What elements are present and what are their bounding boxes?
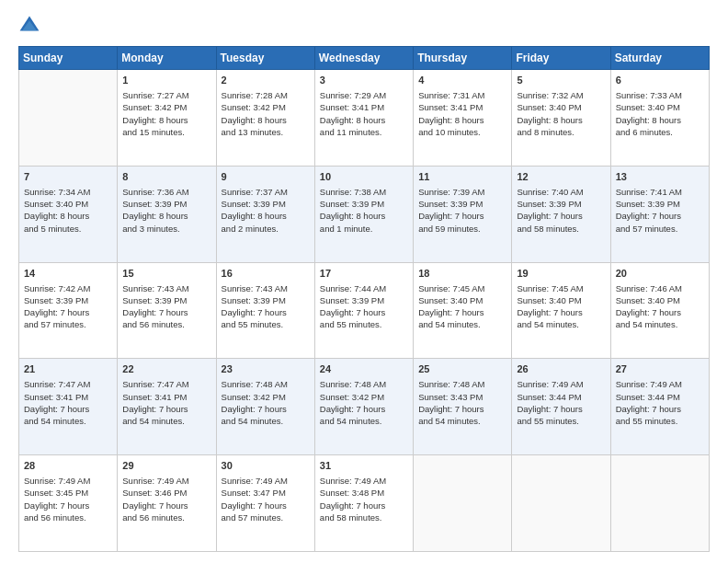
cell-text-line: Sunset: 3:40 PM (517, 294, 605, 306)
cell-text-line: Daylight: 7 hours (222, 306, 310, 318)
cell-text-line: Sunrise: 7:48 AM (320, 378, 408, 390)
day-number: 28 (24, 459, 112, 474)
day-number: 31 (320, 459, 408, 474)
cell-text-line: Daylight: 8 hours (122, 114, 210, 126)
day-number: 15 (122, 267, 210, 282)
cell-text-line: and 55 minutes. (517, 415, 605, 427)
cell-text-line: Daylight: 7 hours (24, 403, 112, 415)
calendar-cell: 18Sunrise: 7:45 AMSunset: 3:40 PMDayligh… (414, 262, 512, 359)
cell-text-line: and 57 minutes. (616, 223, 704, 235)
header (18, 15, 710, 37)
calendar-cell: 3Sunrise: 7:29 AMSunset: 3:41 PMDaylight… (314, 70, 413, 167)
cell-text-line: Sunset: 3:46 PM (122, 487, 210, 499)
cell-text-line: and 55 minutes. (222, 318, 310, 330)
cell-text-line: and 13 minutes. (222, 126, 310, 138)
calendar-header-thursday: Thursday (414, 47, 512, 70)
day-number: 17 (320, 267, 408, 282)
day-number: 11 (418, 170, 506, 185)
cell-text-line: Sunset: 3:39 PM (122, 198, 210, 210)
day-number: 18 (418, 267, 506, 282)
cell-text-line: Sunset: 3:43 PM (418, 391, 506, 403)
cell-text-line: Sunset: 3:39 PM (122, 294, 210, 306)
cell-text-line: Daylight: 8 hours (122, 210, 210, 222)
cell-text-line: Daylight: 7 hours (517, 306, 605, 318)
cell-text-line: Daylight: 8 hours (24, 210, 112, 222)
cell-text-line: Sunset: 3:45 PM (24, 487, 112, 499)
day-number: 2 (222, 74, 310, 88)
cell-text-line: Sunrise: 7:32 AM (517, 89, 605, 101)
cell-text-line: Sunset: 3:39 PM (222, 294, 310, 306)
cell-text-line: Daylight: 7 hours (24, 500, 112, 511)
day-number: 26 (517, 362, 605, 377)
cell-text-line: Sunset: 3:42 PM (222, 391, 310, 403)
cell-text-line: Sunset: 3:39 PM (616, 198, 704, 210)
cell-text-line: Sunset: 3:39 PM (320, 294, 408, 306)
cell-text-line: Sunrise: 7:47 AM (122, 378, 210, 390)
day-number: 4 (418, 74, 506, 88)
day-number: 13 (616, 170, 704, 185)
cell-text-line: Sunrise: 7:27 AM (122, 89, 210, 101)
calendar-week-row: 28Sunrise: 7:49 AMSunset: 3:45 PMDayligh… (19, 455, 710, 552)
cell-text-line: and 58 minutes. (320, 511, 408, 523)
cell-text-line: Sunrise: 7:49 AM (24, 475, 112, 487)
calendar-cell: 28Sunrise: 7:49 AMSunset: 3:45 PMDayligh… (19, 455, 118, 552)
day-number: 9 (222, 170, 310, 185)
calendar-cell: 23Sunrise: 7:48 AMSunset: 3:42 PMDayligh… (216, 359, 314, 455)
cell-text-line: and 55 minutes. (320, 318, 408, 330)
cell-text-line: Sunrise: 7:38 AM (320, 186, 408, 198)
cell-text-line: Sunrise: 7:29 AM (320, 89, 408, 101)
cell-text-line: Sunrise: 7:36 AM (122, 186, 210, 198)
cell-text-line: Daylight: 7 hours (122, 500, 210, 511)
cell-text-line: and 57 minutes. (222, 511, 310, 523)
cell-text-line: Daylight: 8 hours (418, 114, 506, 126)
cell-text-line: and 59 minutes. (418, 223, 506, 235)
calendar-cell: 7Sunrise: 7:34 AMSunset: 3:40 PMDaylight… (19, 166, 118, 262)
day-number: 16 (222, 267, 310, 282)
day-number: 23 (222, 362, 310, 377)
cell-text-line: Sunset: 3:42 PM (122, 101, 210, 113)
cell-text-line: and 57 minutes. (24, 318, 112, 330)
cell-text-line: Daylight: 7 hours (418, 306, 506, 318)
cell-text-line: Sunset: 3:39 PM (418, 198, 506, 210)
cell-text-line: Daylight: 8 hours (517, 114, 605, 126)
calendar-cell: 17Sunrise: 7:44 AMSunset: 3:39 PMDayligh… (314, 262, 413, 359)
calendar-week-row: 7Sunrise: 7:34 AMSunset: 3:40 PMDaylight… (19, 166, 710, 262)
cell-text-line: and 3 minutes. (122, 223, 210, 235)
day-number: 21 (24, 362, 112, 377)
logo (18, 15, 44, 37)
cell-text-line: and 54 minutes. (24, 415, 112, 427)
calendar-header-friday: Friday (512, 47, 610, 70)
calendar-cell: 9Sunrise: 7:37 AMSunset: 3:39 PMDaylight… (216, 166, 314, 262)
day-number: 24 (320, 362, 408, 377)
cell-text-line: Daylight: 7 hours (616, 306, 704, 318)
cell-text-line: Sunset: 3:40 PM (24, 198, 112, 210)
calendar-cell: 8Sunrise: 7:36 AMSunset: 3:39 PMDaylight… (118, 166, 216, 262)
cell-text-line: Daylight: 7 hours (122, 306, 210, 318)
calendar-header-row: SundayMondayTuesdayWednesdayThursdayFrid… (19, 47, 710, 70)
cell-text-line: Sunrise: 7:49 AM (122, 475, 210, 487)
calendar-cell: 19Sunrise: 7:45 AMSunset: 3:40 PMDayligh… (512, 262, 610, 359)
cell-text-line: Sunset: 3:48 PM (320, 487, 408, 499)
cell-text-line: and 54 minutes. (122, 415, 210, 427)
day-number: 1 (122, 74, 210, 88)
cell-text-line: Sunrise: 7:31 AM (418, 89, 506, 101)
cell-text-line: Daylight: 7 hours (24, 306, 112, 318)
day-number: 27 (616, 362, 704, 377)
cell-text-line: Sunset: 3:39 PM (222, 198, 310, 210)
cell-text-line: Sunset: 3:47 PM (222, 487, 310, 499)
calendar-header-sunday: Sunday (19, 47, 118, 70)
day-number: 12 (517, 170, 605, 185)
day-number: 5 (517, 74, 605, 88)
calendar-cell (414, 455, 512, 552)
cell-text-line: and 5 minutes. (24, 223, 112, 235)
cell-text-line: Daylight: 7 hours (418, 210, 506, 222)
cell-text-line: Sunrise: 7:49 AM (517, 378, 605, 390)
calendar-cell (19, 70, 118, 167)
cell-text-line: and 15 minutes. (122, 126, 210, 138)
cell-text-line: Daylight: 7 hours (517, 403, 605, 415)
cell-text-line: Sunset: 3:40 PM (517, 101, 605, 113)
cell-text-line: and 10 minutes. (418, 126, 506, 138)
cell-text-line: Sunset: 3:40 PM (616, 101, 704, 113)
cell-text-line: Sunset: 3:41 PM (24, 391, 112, 403)
cell-text-line: Sunrise: 7:45 AM (418, 282, 506, 294)
